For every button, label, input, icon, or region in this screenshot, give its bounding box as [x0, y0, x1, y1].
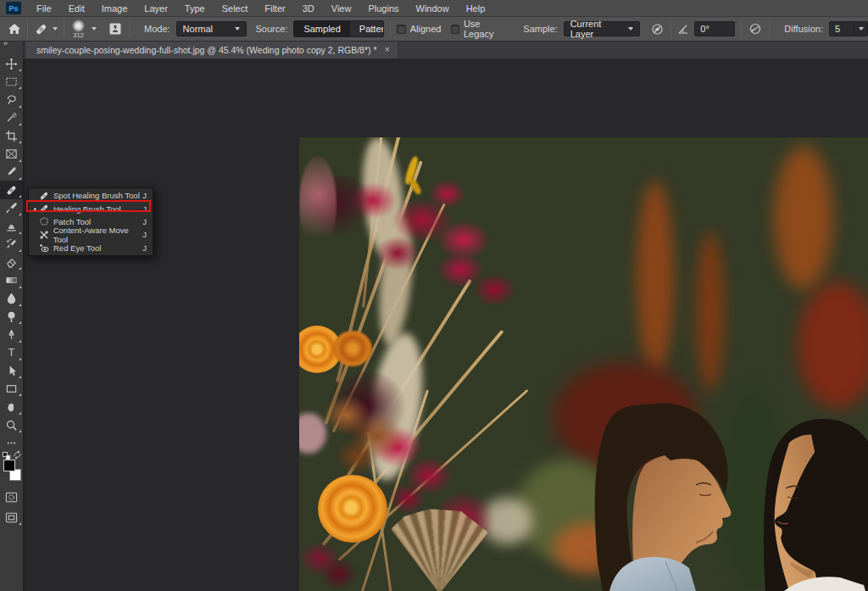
home-icon[interactable]	[8, 23, 21, 36]
menu-help[interactable]: Help	[458, 0, 494, 17]
sample-label: Sample:	[523, 24, 557, 34]
foreground-color-swatch[interactable]	[3, 460, 15, 471]
flyout-item-label: Spot Healing Brush Tool	[53, 191, 140, 200]
rectangular-marquee-tool-button[interactable]	[0, 72, 23, 91]
eyedropper-tool-button[interactable]	[0, 163, 23, 181]
mode-label: Mode:	[144, 24, 170, 34]
diffusion-chevron-icon[interactable]	[854, 21, 868, 36]
document-tab-bar: smiley-couple-posing-wedding-full-shot.j…	[23, 41, 868, 59]
photoshop-window: Ps FileEditImageLayerTypeSelectFilter3DV…	[0, 0, 868, 591]
mode-chevron-icon	[235, 27, 240, 31]
move-tool-button[interactable]	[0, 54, 23, 73]
eraser-tool-button[interactable]	[0, 253, 23, 271]
flyout-item-shortcut: J	[142, 243, 147, 253]
use-legacy-label: Use Legacy	[464, 19, 504, 39]
aligned-checkbox[interactable]: Aligned	[397, 24, 442, 34]
sample-chevron-icon	[628, 27, 633, 31]
use-legacy-checkbox-box[interactable]	[451, 25, 459, 34]
menu-plugins[interactable]: Plugins	[359, 0, 407, 17]
toolbar: » T	[0, 41, 23, 591]
menu-bar: Ps FileEditImageLayerTypeSelectFilter3DV…	[0, 0, 868, 17]
document-tab-title: smiley-couple-posing-wedding-full-shot.j…	[36, 45, 377, 55]
source-toggle: Sampled Pattern	[293, 20, 383, 37]
flyout-item-label: Red Eye Tool	[53, 243, 101, 253]
spotheal-icon	[39, 191, 53, 201]
brush-tip-preview-icon	[72, 20, 85, 32]
mode-dropdown[interactable]: Normal	[176, 21, 248, 36]
menu-3d[interactable]: 3D	[294, 0, 323, 17]
zoom-tool-button[interactable]	[0, 415, 23, 434]
source-label: Source:	[255, 24, 287, 34]
path-selection-tool-button[interactable]	[0, 361, 23, 380]
photo-couple	[299, 137, 868, 591]
diffusion-value: 5	[829, 21, 854, 36]
brush-tool-button[interactable]	[0, 198, 23, 217]
menu-select[interactable]: Select	[214, 0, 257, 17]
menu-layer[interactable]: Layer	[136, 0, 176, 17]
tool-preset-chevron-icon[interactable]	[53, 27, 58, 31]
tab-close-icon[interactable]: ×	[385, 45, 390, 54]
brush-picker-chevron-icon[interactable]	[92, 27, 97, 31]
source-pattern-button[interactable]: Pattern	[350, 21, 384, 36]
flyout-item-shortcut: J	[142, 217, 147, 226]
hand-tool-button[interactable]	[0, 398, 23, 416]
sample-dropdown[interactable]: Current Layer	[564, 21, 641, 36]
menu-view[interactable]: View	[323, 0, 360, 17]
object-selection-tool-button[interactable]	[0, 109, 23, 127]
diffusion-dropdown[interactable]: 5	[829, 21, 868, 36]
aligned-checkbox-box[interactable]	[397, 25, 406, 34]
tool-options-bar: 312 Mode: Normal Source: Sampled Pattern…	[0, 17, 868, 41]
redeye-icon	[39, 243, 53, 253]
frame-tool-button[interactable]	[0, 145, 23, 164]
annotation-highlight-box	[26, 200, 151, 212]
type-tool-button[interactable]: T	[0, 343, 23, 362]
photoshop-logo[interactable]: Ps	[6, 2, 21, 14]
dodge-tool-button[interactable]	[0, 307, 23, 326]
pen-tool-button[interactable]	[0, 326, 23, 344]
source-sampled-button[interactable]: Sampled	[294, 21, 349, 36]
menu-file[interactable]: File	[28, 0, 60, 17]
lasso-tool-button[interactable]	[0, 91, 23, 109]
canvas-image[interactable]	[299, 137, 868, 591]
patch-icon	[39, 216, 53, 226]
healing-brush-tool-button[interactable]	[0, 181, 23, 199]
aligned-label: Aligned	[410, 24, 442, 34]
clone-source-panel-icon[interactable]	[108, 21, 123, 36]
quick-mask-button[interactable]	[0, 488, 23, 506]
menu-window[interactable]: Window	[408, 0, 458, 17]
svg-text:T: T	[8, 347, 15, 359]
menu-image[interactable]: Image	[93, 0, 136, 17]
menu-edit[interactable]: Edit	[60, 0, 93, 17]
angle-input[interactable]: 0°	[694, 21, 735, 36]
brush-size-value: 312	[73, 31, 84, 39]
pressure-size-icon[interactable]	[748, 21, 763, 36]
angle-value: 0°	[700, 24, 709, 34]
flyout-item-content-aware-move-tool[interactable]: Content-Aware Move ToolJ	[29, 228, 153, 241]
history-brush-tool-button[interactable]	[0, 235, 23, 254]
rectangle-tool-button[interactable]	[0, 379, 23, 398]
flyout-item-label: Content-Aware Move Tool	[53, 226, 143, 244]
crop-tool-button[interactable]	[0, 126, 23, 145]
angle-icon	[677, 24, 689, 35]
mode-value: Normal	[183, 24, 213, 34]
sample-value: Current Layer	[570, 19, 624, 39]
menu-filter[interactable]: Filter	[256, 0, 293, 17]
screen-mode-button[interactable]	[0, 508, 23, 527]
document-tab[interactable]: smiley-couple-posing-wedding-full-shot.j…	[25, 41, 398, 59]
menu-type[interactable]: Type	[176, 0, 214, 17]
gradient-tool-button[interactable]	[0, 271, 23, 290]
clone-stamp-tool-button[interactable]	[0, 217, 23, 236]
brush-preset-picker[interactable]: 312	[72, 20, 85, 39]
camove-icon	[39, 230, 53, 240]
blur-tool-button[interactable]	[0, 289, 23, 308]
diffusion-label: Diffusion:	[784, 24, 823, 34]
flyout-item-shortcut: J	[142, 230, 147, 239]
healing-tools-flyout-menu: Spot Healing Brush ToolJ▪Healing Brush T…	[28, 187, 153, 256]
tool-preset-healing-icon[interactable]	[34, 22, 48, 36]
ignore-adjustment-layers-icon[interactable]	[650, 22, 665, 36]
flyout-item-shortcut: J	[142, 191, 147, 200]
use-legacy-checkbox[interactable]: Use Legacy	[451, 19, 504, 39]
